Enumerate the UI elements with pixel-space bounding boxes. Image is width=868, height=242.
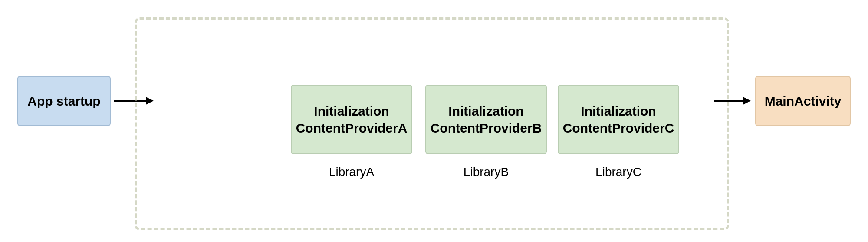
- content-provider-b-box: Initialization ContentProviderB: [425, 85, 547, 154]
- library-a-caption: LibraryA: [291, 165, 412, 179]
- provider-c-line2: ContentProviderC: [563, 119, 674, 136]
- provider-b-line2: ContentProviderB: [431, 119, 542, 136]
- app-startup-label: App startup: [27, 93, 100, 109]
- diagram-canvas: App startup Initialization ContentProvid…: [0, 0, 868, 242]
- library-b-caption: LibraryB: [425, 165, 547, 179]
- main-activity-box: MainActivity: [755, 76, 851, 126]
- app-startup-box: App startup: [17, 76, 111, 126]
- main-activity-label: MainActivity: [765, 93, 842, 109]
- arrow-head-icon: [743, 97, 751, 105]
- provider-b-line1: Initialization: [448, 103, 523, 119]
- provider-c-line1: Initialization: [581, 103, 656, 119]
- provider-a-line2: ContentProviderA: [296, 119, 408, 136]
- arrow-line: [714, 100, 743, 102]
- library-c-caption: LibraryC: [558, 165, 679, 179]
- provider-a-line1: Initialization: [314, 103, 389, 119]
- content-provider-a-box: Initialization ContentProviderA: [291, 85, 412, 154]
- providers-group: Initialization ContentProviderA LibraryA…: [135, 17, 729, 230]
- content-provider-c-box: Initialization ContentProviderC: [558, 85, 679, 154]
